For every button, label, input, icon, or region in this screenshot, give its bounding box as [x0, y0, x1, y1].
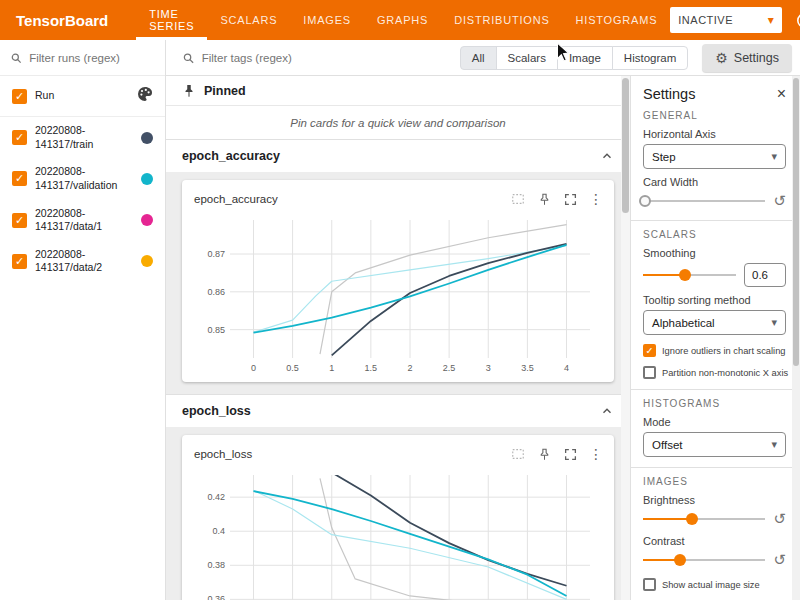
histograms-section-label: HISTOGRAMS	[643, 398, 786, 409]
svg-text:0.87: 0.87	[207, 249, 225, 259]
settings-title: Settings	[643, 86, 695, 102]
run-color-dot	[141, 214, 153, 226]
run-color-dot	[141, 255, 153, 267]
run-color-dot	[141, 173, 153, 185]
tab-scalars[interactable]: SCALARS	[207, 0, 290, 40]
tooltip-sorting-dropdown[interactable]: Alphabetical ▾	[643, 310, 786, 335]
chevron-up-icon[interactable]	[600, 404, 614, 418]
fullscreen-icon[interactable]	[562, 191, 578, 207]
contrast-slider[interactable]	[643, 551, 765, 569]
section-header-epoch-loss[interactable]: epoch_loss	[166, 395, 630, 427]
brightness-slider[interactable]	[643, 510, 765, 528]
tag-type-filter-group: All Scalars Image Histogram	[460, 46, 689, 70]
smoothing-label: Smoothing	[643, 247, 786, 259]
close-icon[interactable]: ×	[777, 86, 786, 102]
settings-panel: Settings × GENERAL Horizontal Axis Step …	[630, 76, 800, 600]
main-scrollbar[interactable]	[621, 76, 630, 600]
partition-x-axis-checkbox[interactable]	[643, 366, 656, 379]
horizontal-axis-dropdown[interactable]: Step ▾	[643, 144, 786, 169]
partition-x-axis-row[interactable]: Partition non-monotonic X axis i	[643, 366, 786, 379]
run-row-validation[interactable]: ✓ 20220808-141317/validation	[0, 158, 165, 199]
slider-thumb[interactable]	[686, 513, 698, 525]
scalars-section-label: SCALARS	[643, 229, 786, 240]
fit-domain-icon[interactable]	[510, 446, 526, 462]
filter-runs-input[interactable]	[29, 52, 155, 64]
tab-time-series[interactable]: TIME SERIES	[136, 0, 207, 40]
run-checkbox[interactable]: ✓	[12, 171, 27, 186]
select-all-runs-checkbox[interactable]: ✓	[12, 89, 27, 104]
kebab-menu-icon[interactable]: ⋮	[588, 446, 604, 462]
tooltip-sorting-label: Tooltip sorting method	[643, 294, 786, 306]
contrast-label: Contrast	[643, 535, 786, 547]
main-nav: TIME SERIES SCALARS IMAGES GRAPHS DISTRI…	[136, 0, 670, 40]
run-checkbox[interactable]: ✓	[12, 213, 27, 228]
run-row-data-1[interactable]: ✓ 20220808-141317/data/1	[0, 200, 165, 241]
svg-text:1: 1	[329, 363, 334, 373]
chip-histogram[interactable]: Histogram	[612, 46, 688, 70]
run-checkbox[interactable]: ✓	[12, 254, 27, 269]
pin-card-icon[interactable]	[536, 191, 552, 207]
run-checkbox[interactable]: ✓	[12, 130, 27, 145]
smoothing-value-input[interactable]: 0.6	[744, 263, 786, 287]
chip-all[interactable]: All	[460, 46, 497, 70]
section-body-epoch-accuracy: epoch_accuracy	[166, 172, 630, 395]
fit-domain-icon[interactable]	[510, 191, 526, 207]
settings-scrollbar[interactable]	[792, 76, 800, 600]
reload-status-dropdown[interactable]: INACTIVE ▾	[670, 7, 782, 33]
pin-card-icon[interactable]	[536, 446, 552, 462]
card-width-label: Card Width	[643, 176, 786, 188]
ignore-outliers-checkbox[interactable]: ✓	[643, 344, 656, 357]
run-label: 20220808-141317/data/1	[35, 207, 102, 234]
settings-button[interactable]: ⚙ Settings	[702, 44, 792, 72]
svg-text:1.5: 1.5	[365, 363, 378, 373]
run-row-train[interactable]: ✓ 20220808-141317/train	[0, 117, 165, 158]
show-actual-size-checkbox[interactable]	[643, 578, 656, 591]
chip-scalars[interactable]: Scalars	[496, 46, 558, 70]
smoothing-slider[interactable]	[643, 266, 736, 284]
chip-image[interactable]: Image	[557, 46, 613, 70]
fullscreen-icon[interactable]	[562, 446, 578, 462]
status-label: INACTIVE	[678, 14, 733, 26]
svg-text:2: 2	[407, 363, 412, 373]
show-actual-size-row[interactable]: Show actual image size	[643, 578, 786, 591]
run-row-data-2[interactable]: ✓ 20220808-141317/data/2	[0, 241, 165, 282]
tab-images[interactable]: IMAGES	[290, 0, 364, 40]
half-circle-icon	[796, 12, 800, 29]
histogram-mode-dropdown[interactable]: Offset ▾	[643, 432, 786, 457]
images-section-label: IMAGES	[643, 476, 786, 487]
ignore-outliers-row[interactable]: ✓ Ignore outliers in chart scaling	[643, 344, 786, 357]
slider-thumb[interactable]	[674, 554, 686, 566]
runs-sidebar: ✓ Run ✓ 20220808-141317/train ✓	[0, 40, 166, 600]
epoch-loss-chart[interactable]: 00.511.522.533.540.360.380.40.42	[194, 469, 600, 600]
main-scrollbar-thumb[interactable]	[622, 78, 629, 213]
theme-toggle-icon[interactable]	[796, 9, 800, 31]
card-width-slider[interactable]	[643, 192, 765, 210]
tab-distributions[interactable]: DISTRIBUTIONS	[441, 0, 562, 40]
tab-graphs[interactable]: GRAPHS	[364, 0, 441, 40]
tab-histograms[interactable]: HISTOGRAMS	[563, 0, 671, 40]
reset-icon[interactable]: ↺	[773, 192, 786, 210]
svg-text:2.5: 2.5	[443, 363, 456, 373]
epoch-accuracy-chart[interactable]: 00.511.522.533.540.850.860.87	[194, 214, 600, 374]
top-bar: TensorBoard TIME SERIES SCALARS IMAGES G…	[0, 0, 800, 40]
tags-toolbar: All Scalars Image Histogram ⚙ Settings	[166, 40, 800, 76]
reset-icon[interactable]: ↺	[773, 551, 786, 569]
pinned-hint: Pin cards for a quick view and compariso…	[166, 106, 630, 140]
scalar-card-epoch-accuracy: epoch_accuracy	[182, 180, 614, 382]
kebab-menu-icon[interactable]: ⋮	[588, 191, 604, 207]
filter-tags-box	[182, 51, 392, 65]
palette-icon[interactable]	[137, 86, 153, 106]
svg-text:0.85: 0.85	[207, 325, 225, 335]
slider-thumb[interactable]	[679, 269, 691, 281]
settings-scrollbar-thumb[interactable]	[793, 78, 799, 366]
svg-text:0.42: 0.42	[207, 492, 225, 502]
reset-icon[interactable]: ↺	[773, 510, 786, 528]
scalar-card-epoch-loss: epoch_loss	[182, 435, 614, 600]
run-label: 20220808-141317/validation	[35, 165, 117, 192]
svg-text:4: 4	[564, 363, 569, 373]
chevron-up-icon[interactable]	[600, 149, 614, 163]
chevron-down-icon: ▾	[771, 150, 777, 163]
section-header-epoch-accuracy[interactable]: epoch_accuracy	[166, 140, 630, 172]
filter-tags-input[interactable]	[202, 52, 392, 64]
slider-thumb[interactable]	[639, 195, 651, 207]
